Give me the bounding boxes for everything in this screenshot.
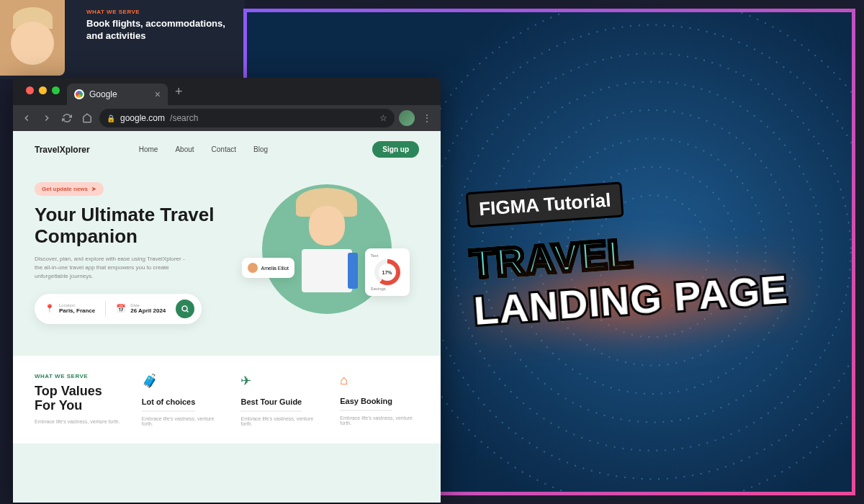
lock-icon: 🔒 bbox=[107, 114, 115, 122]
date-value: 26 April 2024 bbox=[130, 307, 166, 314]
nav-link-about[interactable]: About bbox=[175, 145, 194, 153]
user-card-name: Amelia Elliot bbox=[261, 266, 289, 271]
home-button[interactable] bbox=[79, 110, 95, 126]
location-value: Paris, France bbox=[59, 307, 95, 314]
close-tab-icon[interactable]: × bbox=[155, 89, 161, 100]
bg-eyebrow: WHAT WE SERVE bbox=[86, 9, 238, 15]
bg-heading: Book flights, accommodations, and activi… bbox=[86, 18, 238, 42]
value-col-guide: ✈ Best Tour Guide Embrace life's vastnes… bbox=[240, 373, 320, 426]
forward-button[interactable] bbox=[39, 110, 55, 126]
profile-avatar[interactable] bbox=[399, 110, 415, 126]
values-desc: Embrace life's vastness, venture forth. bbox=[35, 419, 122, 424]
hero-right-column: Amelia Elliot Text 17% Savings bbox=[234, 181, 419, 324]
page-content: TravelXplorer Home About Contact Blog Si… bbox=[13, 131, 441, 503]
house-icon: ⌂ bbox=[340, 373, 419, 388]
update-news-badge[interactable]: Get update news ➤ bbox=[35, 182, 104, 196]
hero-section: Get update news ➤ Your Ultimate Travel C… bbox=[13, 168, 441, 346]
bookmark-star-icon[interactable]: ☆ bbox=[379, 113, 387, 123]
date-field[interactable]: 📅 Date 26 April 2024 bbox=[116, 303, 166, 314]
nav-link-home[interactable]: Home bbox=[139, 145, 158, 153]
hero-image-circle: Amelia Elliot Text 17% Savings bbox=[262, 184, 392, 314]
location-pin-icon: 📍 bbox=[45, 304, 55, 313]
stat-chart-card: Text 17% Savings bbox=[365, 248, 410, 296]
site-brand[interactable]: TravelXplorer bbox=[35, 145, 90, 155]
browser-window: Google × + 🔒 google.com/search ☆ ⋮ Trave… bbox=[13, 78, 441, 503]
search-button[interactable] bbox=[176, 300, 194, 318]
site-nav: TravelXplorer Home About Contact Blog Si… bbox=[13, 131, 441, 168]
chart-card-label: Text bbox=[371, 253, 404, 258]
hero-subtitle: Discover, plan, and explore with ease us… bbox=[35, 255, 193, 281]
location-field[interactable]: 📍 Location Paris, France bbox=[45, 303, 95, 314]
traveler-illustration bbox=[276, 188, 377, 310]
window-controls bbox=[19, 78, 67, 103]
browser-menu-button[interactable]: ⋮ bbox=[419, 112, 435, 124]
thumbnail-text-block: FIGMA Tutorial TRAVEL LANDING PAGE bbox=[466, 171, 790, 334]
send-icon: ➤ bbox=[91, 186, 96, 192]
airplane-icon: ✈ bbox=[240, 373, 320, 389]
values-eyebrow: WHAT WE SERVE bbox=[35, 373, 122, 379]
chart-sublabel: Savings bbox=[371, 287, 404, 291]
nav-link-blog[interactable]: Blog bbox=[253, 145, 268, 153]
nav-links: Home About Contact Blog bbox=[139, 145, 268, 153]
briefcase-icon: 🧳 bbox=[142, 373, 221, 389]
user-mini-card: Amelia Elliot bbox=[242, 258, 295, 278]
close-window-button[interactable] bbox=[26, 86, 34, 94]
browser-toolbar: 🔒 google.com/search ☆ ⋮ bbox=[13, 105, 441, 131]
signup-button[interactable]: Sign up bbox=[372, 141, 419, 158]
values-section: WHAT WE SERVE Top Values For You Embrace… bbox=[13, 356, 441, 444]
badge-text: Get update news bbox=[42, 186, 88, 192]
svg-point-8 bbox=[182, 306, 187, 311]
reload-button[interactable] bbox=[59, 110, 75, 126]
nav-link-contact[interactable]: Contact bbox=[212, 145, 236, 153]
values-title: Top Values For You bbox=[35, 384, 122, 413]
minimize-window-button[interactable] bbox=[39, 86, 47, 94]
new-tab-button[interactable]: + bbox=[168, 84, 190, 99]
url-host: google.com bbox=[120, 113, 165, 123]
mini-avatar bbox=[248, 263, 258, 273]
url-path: /search bbox=[170, 113, 198, 123]
favicon-icon bbox=[74, 89, 84, 99]
value-desc: Embrace life's vastness, venture forth. bbox=[240, 416, 320, 426]
donut-chart-icon: 17% bbox=[374, 259, 400, 285]
value-title: Easy Booking bbox=[340, 397, 392, 411]
value-col-choices: 🧳 Lot of choices Embrace life's vastness… bbox=[142, 373, 221, 426]
chart-percent: 17% bbox=[382, 270, 392, 275]
maximize-window-button[interactable] bbox=[52, 86, 60, 94]
hero-title: Your Ultimate Travel Companion bbox=[35, 204, 220, 248]
value-title: Best Tour Guide bbox=[240, 397, 302, 412]
value-title: Lot of choices bbox=[142, 397, 196, 412]
tab-strip: Google × + bbox=[13, 78, 441, 105]
value-desc: Embrace life's vastness, venture forth. bbox=[340, 415, 419, 426]
browser-tab[interactable]: Google × bbox=[67, 84, 168, 105]
address-bar[interactable]: 🔒 google.com/search ☆ bbox=[99, 109, 395, 127]
background-preview-card: WHAT WE SERVE Book flights, accommodatio… bbox=[0, 0, 245, 79]
hero-left-column: Get update news ➤ Your Ultimate Travel C… bbox=[35, 181, 220, 324]
value-col-booking: ⌂ Easy Booking Embrace life's vastness, … bbox=[340, 373, 419, 426]
back-button[interactable] bbox=[19, 110, 35, 126]
values-heading-col: WHAT WE SERVE Top Values For You Embrace… bbox=[35, 373, 122, 426]
search-capsule: 📍 Location Paris, France 📅 Date 26 April… bbox=[35, 294, 202, 324]
value-desc: Embrace life's vastness, venture forth. bbox=[142, 416, 221, 426]
avatar bbox=[0, 0, 65, 76]
divider bbox=[105, 301, 106, 317]
tab-title: Google bbox=[89, 89, 117, 99]
calendar-icon: 📅 bbox=[116, 304, 126, 313]
